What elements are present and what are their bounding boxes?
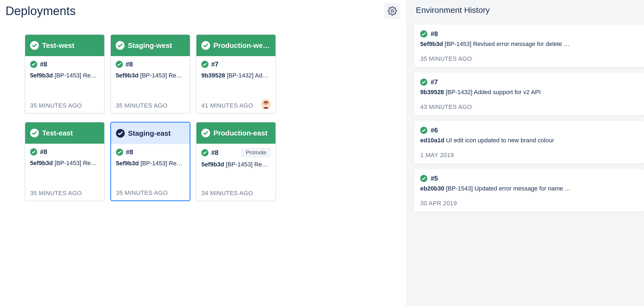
history-build-number[interactable]: #7 <box>431 78 438 86</box>
env-header: Test-west <box>25 35 104 56</box>
card-timestamp: 35 MINUTES AGO <box>116 102 185 109</box>
env-name: Staging-east <box>128 129 171 138</box>
status-success-icon <box>116 61 123 68</box>
commit-hash[interactable]: 5ef9b3d <box>30 160 53 166</box>
history-build-number[interactable]: #5 <box>431 175 438 182</box>
env-body: #85ef9b3d [BP-1453] Revis…35 MINUTES AGO <box>111 56 190 113</box>
history-item[interactable]: #6ed10a1d UI edit icon updated to new br… <box>414 121 644 164</box>
commit-message: [BP-1453] Revis… <box>226 161 271 168</box>
status-success-icon <box>201 61 208 68</box>
status-success-icon <box>420 30 427 37</box>
commit-line: 9b39528 [BP-1432] Adde… <box>201 72 271 79</box>
history-build-number[interactable]: #8 <box>431 30 438 38</box>
history-commit-line: 9b39528 [BP-1432] Added support for v2 A… <box>420 89 638 96</box>
history-item-top: #6 <box>420 126 638 134</box>
env-header: Staging-east <box>111 123 190 144</box>
commit-hash[interactable]: 5ef9b3d <box>30 72 53 79</box>
commit-message: [BP-1453] Revis… <box>54 72 99 79</box>
commit-hash[interactable]: eb20b30 <box>420 185 444 192</box>
env-body: #8Promote5ef9b3d [BP-1453] Revis…34 MINU… <box>196 144 275 201</box>
status-success-icon <box>420 127 427 134</box>
card-timestamp: 35 MINUTES AGO <box>116 189 185 197</box>
svg-point-0 <box>391 10 393 12</box>
history-title: Environment History <box>416 5 644 15</box>
build-number[interactable]: #8 <box>211 149 219 157</box>
commit-message: [BP-1432] Added support for v2 API <box>446 89 541 96</box>
status-success-icon <box>201 149 208 156</box>
build-number[interactable]: #8 <box>40 148 47 156</box>
commit-line: 5ef9b3d [BP-1453] Revis… <box>116 72 185 79</box>
history-item-top: #7 <box>420 78 638 86</box>
status-success-icon <box>30 148 37 155</box>
history-item[interactable]: #79b39528 [BP-1432] Added support for v2… <box>414 73 644 116</box>
status-success-icon <box>30 61 37 68</box>
env-header: Test-east <box>25 122 104 144</box>
commit-hash[interactable]: 5ef9b3d <box>420 41 443 47</box>
history-timestamp: 43 MINUTES AGO <box>420 103 638 111</box>
commit-hash[interactable]: 9b39528 <box>201 72 225 79</box>
promote-button[interactable]: Promote <box>242 148 271 157</box>
history-timestamp: 1 MAY 2019 <box>420 152 638 159</box>
avatar[interactable] <box>261 99 271 109</box>
commit-message: [BP-1453] Revis… <box>54 160 99 166</box>
history-item[interactable]: #5eb20b30 [BP-1543] Updated error messag… <box>414 169 644 212</box>
build-row: #8 <box>116 148 185 156</box>
env-name: Test-east <box>42 129 73 137</box>
commit-message: UI edit icon updated to new brand colour <box>446 137 554 144</box>
commit-line: 5ef9b3d [BP-1453] Revis… <box>201 161 271 168</box>
check-circle-icon <box>116 41 124 50</box>
env-name: Production-east <box>213 129 268 137</box>
commit-message: [BP-1432] Adde… <box>227 72 271 79</box>
commit-hash[interactable]: 9b39528 <box>420 89 444 96</box>
commit-hash[interactable]: 5ef9b3d <box>116 160 139 167</box>
env-card-staging-west[interactable]: Staging-west#85ef9b3d [BP-1453] Revis…35… <box>110 34 190 114</box>
build-row: #8 <box>116 60 185 68</box>
env-card-production-east[interactable]: Production-east#8Promote5ef9b3d [BP-1453… <box>196 122 276 201</box>
card-timestamp: 35 MINUTES AGO <box>30 102 99 109</box>
env-card-test-west[interactable]: Test-west#85ef9b3d [BP-1453] Revis…35 MI… <box>25 34 105 114</box>
commit-line: 5ef9b3d [BP-1453] Revis… <box>116 160 185 167</box>
check-circle-icon <box>201 129 210 137</box>
build-number[interactable]: #8 <box>126 148 133 156</box>
build-number[interactable]: #7 <box>211 60 219 68</box>
commit-hash[interactable]: 5ef9b3d <box>116 72 138 79</box>
card-timestamp: 41 MINUTES AGO <box>201 102 271 109</box>
title-row: Deployments <box>5 3 401 19</box>
history-item-top: #8 <box>420 30 638 38</box>
commit-message: [BP-1453] Revis… <box>140 72 185 79</box>
status-success-icon <box>116 149 123 156</box>
commit-hash[interactable]: 5ef9b3d <box>201 161 224 168</box>
settings-button[interactable] <box>384 3 401 19</box>
history-build-number[interactable]: #6 <box>431 126 438 134</box>
env-body: #79b39528 [BP-1432] Adde…41 MINUTES AGO <box>196 56 275 113</box>
env-body: #85ef9b3d [BP-1453] Revis…35 MINUTES AGO <box>25 144 104 201</box>
build-row: #8 <box>30 60 99 68</box>
gear-icon <box>388 6 397 16</box>
env-card-test-east[interactable]: Test-east#85ef9b3d [BP-1453] Revis…35 MI… <box>25 122 105 201</box>
history-commit-line: ed10a1d UI edit icon updated to new bran… <box>420 137 638 144</box>
env-body: #85ef9b3d [BP-1453] Revis…35 MINUTES AGO <box>25 56 104 113</box>
commit-hash[interactable]: ed10a1d <box>420 137 444 144</box>
build-row: #8 <box>30 148 99 156</box>
env-card-production-west[interactable]: Production-we…#79b39528 [BP-1432] Adde…4… <box>196 34 276 114</box>
env-header: Production-we… <box>196 35 275 56</box>
check-circle-icon <box>30 129 39 137</box>
main-panel: Deployments Test-west#85ef9b3d [BP-1453]… <box>0 0 406 306</box>
env-name: Production-we… <box>213 41 270 50</box>
status-success-icon <box>420 175 427 182</box>
commit-line: 5ef9b3d [BP-1453] Revis… <box>30 72 99 79</box>
check-circle-icon <box>116 129 125 138</box>
check-circle-icon <box>30 41 39 50</box>
commit-message: [BP-1543] Updated error message for name… <box>446 185 571 192</box>
env-header: Staging-west <box>111 35 190 56</box>
commit-message: [BP-1453] Revis… <box>140 160 185 167</box>
history-item[interactable]: #85ef9b3d [BP-1453] Revised error messag… <box>414 25 644 67</box>
history-item-top: #5 <box>420 175 638 182</box>
build-number[interactable]: #8 <box>40 60 47 68</box>
env-name: Staging-west <box>128 41 172 50</box>
history-commit-line: 5ef9b3d [BP-1453] Revised error message … <box>420 41 638 48</box>
env-card-staging-east[interactable]: Staging-east#85ef9b3d [BP-1453] Revis…35… <box>110 122 190 201</box>
env-name: Test-west <box>42 41 74 50</box>
build-row: #8Promote <box>201 148 271 157</box>
build-number[interactable]: #8 <box>126 60 133 68</box>
